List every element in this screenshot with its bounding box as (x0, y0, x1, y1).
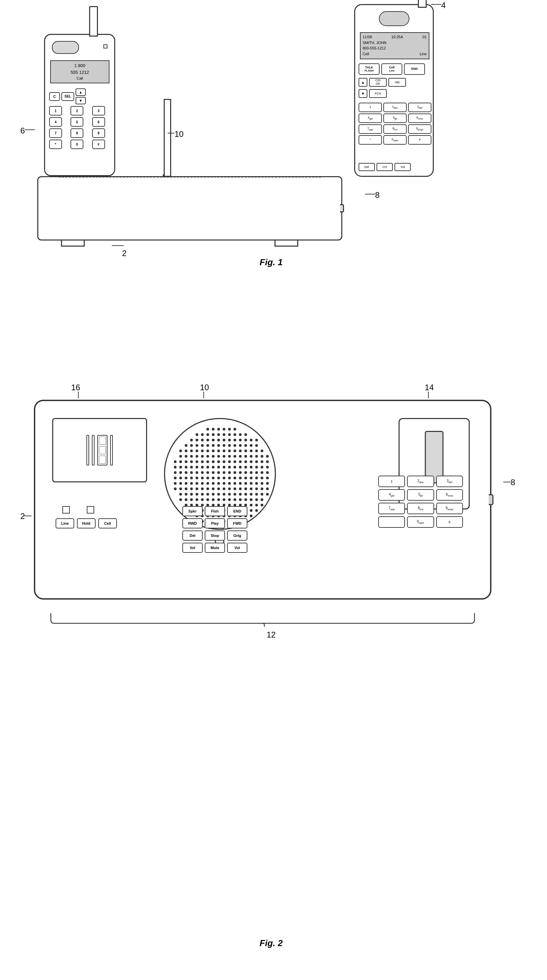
btn-talk-flash[interactable]: TALK FLASH (359, 64, 380, 75)
brace-area (34, 610, 491, 632)
btn-play[interactable]: Play (205, 518, 225, 528)
base-leg-right (274, 240, 298, 247)
r-btn-0[interactable]: 0oper (383, 135, 407, 145)
brace-svg (34, 610, 491, 630)
port-fig2 (489, 494, 493, 505)
base-leg-left (61, 240, 85, 247)
left-buttons-area: Line Hold Cell (56, 506, 137, 528)
btn-cell[interactable]: Cell (98, 518, 117, 528)
btn-vol-left-fig2[interactable]: Vol (182, 542, 203, 553)
r-btn-star[interactable]: * (359, 135, 382, 145)
r2-btn-7[interactable]: 7pqs (378, 503, 405, 514)
label-10: 10 (175, 129, 184, 139)
r-btn-hash[interactable]: # (408, 135, 431, 145)
btn-del-fig2[interactable]: Del (182, 530, 203, 541)
btn-hold[interactable]: Hold (77, 518, 96, 528)
btn-7-left[interactable]: 7 (49, 128, 62, 138)
btn-2-left[interactable]: 2 (70, 106, 83, 116)
handset-right: 11/0810:25A01 SMITH, JOHN 800-555-1212 C… (354, 4, 434, 177)
btn-grtg[interactable]: Grtg (227, 530, 247, 541)
cassette-section (52, 418, 147, 482)
btn-cell-line[interactable]: Cell Line (381, 64, 402, 75)
label-12: 12 (267, 630, 276, 640)
btn-sel[interactable]: SEL (61, 92, 74, 101)
r2-btn-9[interactable]: 9wxyz (436, 503, 463, 514)
btn-3-left[interactable]: 3 (92, 106, 105, 116)
btn-line[interactable]: Line (56, 518, 74, 528)
handset-left: 1 800 555 1212 Call C SEL ▲ ▼ 1 2 (44, 34, 115, 176)
r-btn-2[interactable]: 2abc (383, 103, 407, 112)
btn-4-left[interactable]: 4 (49, 117, 62, 127)
btn-up-left[interactable]: ▲ (76, 88, 86, 96)
r2-btn-1[interactable]: 1 (378, 476, 405, 487)
btn-9-left[interactable]: 9 (92, 128, 105, 138)
btn-rwd[interactable]: RWD (182, 518, 203, 528)
dot-btn-1[interactable] (62, 506, 70, 514)
btn-c[interactable]: C (49, 92, 60, 101)
btn-down-right[interactable]: ▼ (359, 89, 367, 98)
r2-btn-2[interactable]: 2abc (407, 476, 434, 487)
right-numpad-fig2: 1 2abc 3def 4ghi 5jkl 6mno 7pqs 8tuv 9wx… (378, 476, 463, 528)
r2-btn-4[interactable]: 4ghi (378, 489, 405, 501)
base-unit (37, 176, 342, 240)
btn-star-left[interactable]: * (49, 140, 62, 149)
label-2-fig2: 2 (20, 512, 25, 521)
r-btn-1[interactable]: 1 (359, 103, 382, 112)
r-btn-8[interactable]: 8tuv (383, 124, 407, 134)
dot-btn-2[interactable] (87, 506, 94, 514)
r2-btn-hash[interactable]: # (436, 516, 463, 528)
label-10-fig2: 10 (200, 383, 209, 392)
btn-spkr[interactable]: Spkr (182, 506, 203, 516)
fig2-caption: Fig. 2 (260, 938, 283, 948)
btn-cid-ok[interactable]: CIDOK (369, 78, 387, 87)
r-btn-3[interactable]: 3def (408, 103, 431, 112)
btn-vol-right[interactable]: Vol (394, 163, 411, 171)
btn-1-left[interactable]: 1 (49, 106, 62, 116)
label-8-fig1: 8 (375, 190, 380, 200)
r2-btn-3[interactable]: 3def (436, 476, 463, 487)
btn-fcn[interactable]: FCN (369, 89, 387, 98)
figure-1-section: 2 8 10 1 800 (17, 14, 525, 267)
figure-2-section: 16 10 14 (17, 372, 525, 948)
btn-vol-right-fig2[interactable]: Vol (227, 542, 247, 553)
r-btn-4[interactable]: 4ghi (359, 113, 382, 123)
label-16: 16 (71, 383, 80, 392)
btn-stop[interactable]: Stop (205, 530, 225, 541)
label-14: 14 (425, 383, 434, 392)
r2-btn-8[interactable]: 8tuv (407, 503, 434, 514)
btn-down-left[interactable]: ▼ (76, 97, 86, 104)
btn-hash-left[interactable]: # (92, 140, 105, 149)
btn-fwd[interactable]: FWD (227, 518, 247, 528)
label-4: 4 (441, 1, 446, 10)
btn-hld[interactable]: Hld (388, 78, 406, 87)
antenna-base-body (164, 99, 171, 177)
r2-btn-0[interactable]: 0oper (407, 516, 434, 528)
controls-area: Spkr Flsh END RWD Play FWD Del Stop Grtg (161, 506, 269, 553)
page-container: 2 8 10 1 800 (0, 0, 547, 980)
base-unit-fig2: // Will be rendered in template below Sp… (34, 400, 491, 600)
btn-end-right[interactable]: END (404, 64, 425, 75)
btn-flsh[interactable]: Flsh (205, 506, 225, 516)
btn-del-right[interactable]: Del (359, 163, 375, 171)
fig1-caption: Fig. 1 (260, 257, 283, 267)
btn-5-left[interactable]: 5 (70, 117, 83, 127)
r-btn-9[interactable]: 9wxyz (408, 124, 431, 134)
btn-end-fig2[interactable]: END (227, 506, 247, 516)
r2-btn-5[interactable]: 5jkl (407, 489, 434, 501)
label-6: 6 (20, 126, 25, 135)
btn-mute[interactable]: Mute (205, 542, 225, 553)
label-8-fig2: 8 (511, 477, 515, 487)
r-btn-7[interactable]: 7pqs (359, 124, 382, 134)
btn-6-left[interactable]: 6 (92, 117, 105, 127)
btn-8-left[interactable]: 8 (70, 128, 83, 138)
label-2: 2 (122, 249, 126, 258)
r2-btn-empty (378, 516, 405, 528)
r-btn-6[interactable]: 6mno (408, 113, 431, 123)
r-btn-5[interactable]: 5jkl (383, 113, 407, 123)
btn-up-right[interactable]: ▲ (359, 78, 367, 87)
btn-0-left[interactable]: 0 (70, 140, 83, 149)
r2-btn-6[interactable]: 6mno (436, 489, 463, 501)
btn-ch-right[interactable]: CH (376, 163, 393, 171)
port-fig1 (340, 204, 344, 212)
